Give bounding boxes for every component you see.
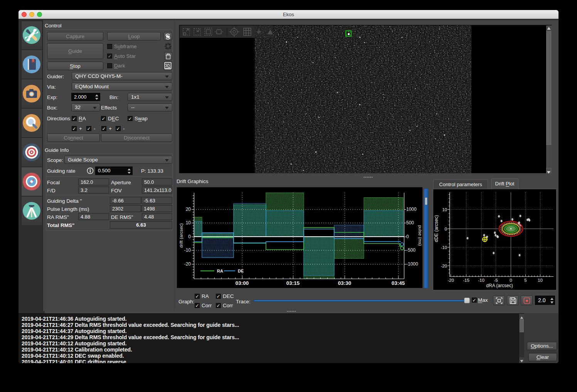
svg-text:10: 10 [538, 278, 543, 283]
svg-text:03:15: 03:15 [286, 280, 300, 286]
svg-text:-20: -20 [441, 264, 447, 268]
svg-text:dRA (arcsec): dRA (arcsec) [486, 283, 513, 288]
svg-text:0: 0 [188, 234, 191, 239]
svg-text:20: 20 [186, 207, 191, 212]
svg-text:0: 0 [406, 234, 409, 239]
svg-text:-20: -20 [184, 261, 191, 267]
svg-text:10: 10 [442, 207, 447, 212]
svg-text:0: 0 [445, 227, 447, 231]
svg-text:0: 0 [510, 278, 512, 283]
svg-text:1000: 1000 [406, 207, 417, 212]
svg-text:03:00: 03:00 [236, 280, 249, 286]
svg-text:dDE (arcsec): dDE (arcsec) [434, 215, 439, 242]
svg-text:-20: -20 [447, 278, 454, 283]
svg-text:DE: DE [238, 269, 244, 273]
svg-text:03:45: 03:45 [392, 280, 405, 286]
svg-text:RA: RA [217, 269, 223, 273]
svg-text:-10: -10 [184, 247, 191, 253]
svg-text:03:30: 03:30 [338, 280, 352, 286]
svg-text:-1000: -1000 [406, 261, 418, 267]
svg-text:-5: -5 [494, 278, 498, 283]
svg-text:-500: -500 [406, 247, 416, 253]
svg-text:-10: -10 [478, 278, 484, 283]
svg-text:-15: -15 [463, 278, 469, 283]
svg-text:pulse (ms): pulse (ms) [418, 225, 422, 246]
svg-text:500: 500 [406, 220, 414, 225]
svg-text:-10: -10 [441, 245, 447, 250]
svg-text:5: 5 [524, 278, 527, 283]
svg-text:drift (arcsec): drift (arcsec) [179, 223, 183, 248]
svg-text:10: 10 [186, 220, 191, 225]
